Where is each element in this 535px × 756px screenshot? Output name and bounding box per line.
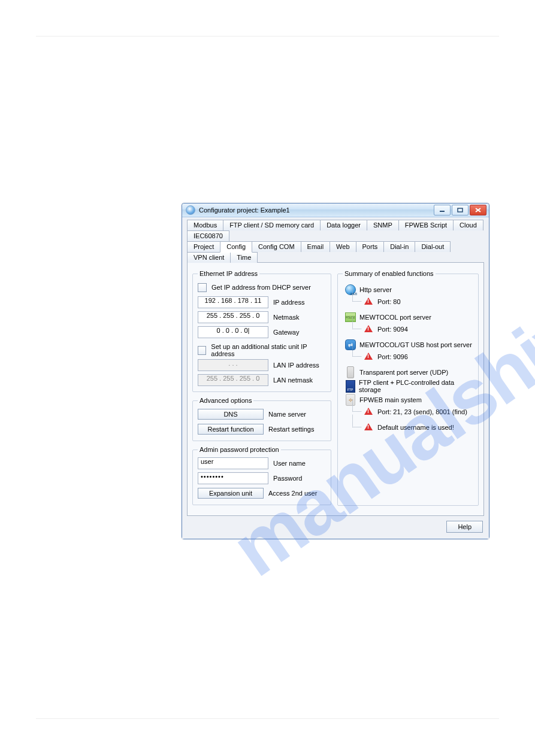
page-divider-bottom xyxy=(36,718,499,719)
admin-legend: Admin password protection xyxy=(198,446,281,453)
summary-node-label: Transparent port server (UDP) xyxy=(359,369,448,376)
tab-modbus[interactable]: Modbus xyxy=(187,220,223,230)
summary-node-label: MEWTOCOL port server xyxy=(359,314,431,321)
sd-card-icon: FTP xyxy=(345,381,355,391)
close-button[interactable] xyxy=(470,205,486,215)
gateway-input[interactable]: 0 . 0 . 0 . 0| xyxy=(198,326,268,338)
summary-subnode-label: Port: 21, 23 (send), 8001 (find) xyxy=(377,408,467,415)
tabs-row-1: Modbus FTP client / SD memory card Data … xyxy=(187,220,484,241)
expansion-unit-button[interactable]: Expansion unit xyxy=(198,488,264,499)
lan-netmask-label: LAN netmask xyxy=(273,377,313,384)
warning-icon xyxy=(363,406,374,417)
gateway-label: Gateway xyxy=(273,329,299,336)
lan-ip-label: LAN IP address xyxy=(273,362,319,369)
help-button[interactable]: Help xyxy=(446,521,483,533)
netmask-input[interactable]: 255 . 255 . 255 . 0 xyxy=(198,311,268,323)
tab-config-com[interactable]: Config COM xyxy=(252,241,301,252)
summary-tree: Http serverPort: 80RS232MEWTOCOL port se… xyxy=(343,281,473,439)
svg-rect-1 xyxy=(458,208,463,212)
dns-label: Name server xyxy=(268,411,306,418)
dhcp-label: Get IP address from DHCP server xyxy=(211,284,311,291)
tab-iec60870[interactable]: IEC60870 xyxy=(187,230,229,241)
app-icon xyxy=(186,205,195,215)
password-input[interactable]: •••••••• xyxy=(198,472,268,484)
summary-subnode: Default username is used! xyxy=(363,422,472,433)
tab-time[interactable]: Time xyxy=(230,252,258,263)
password-label: Password xyxy=(273,475,302,482)
lan-ip-input[interactable]: . . . xyxy=(198,359,268,371)
page-divider-top xyxy=(36,36,499,37)
tab-cloud[interactable]: Cloud xyxy=(453,220,483,230)
summary-node-label: Http server xyxy=(359,286,392,293)
chip-icon xyxy=(345,367,356,378)
netmask-label: Netmask xyxy=(273,314,299,321)
restart-function-button[interactable]: Restart function xyxy=(198,424,264,435)
summary-legend: Summary of enabled functions xyxy=(343,270,436,277)
tab-vpn-client[interactable]: VPN client xyxy=(187,252,231,263)
summary-node[interactable]: FTPFTP client + PLC-controlled data stor… xyxy=(345,379,472,393)
ip-address-input[interactable]: 192 . 168 . 178 . 11 xyxy=(198,296,268,308)
tab-config[interactable]: Config xyxy=(220,241,252,253)
summary-subnode: Port: 80 xyxy=(363,296,472,307)
titlebar[interactable]: Configurator project: Example1 xyxy=(182,204,489,217)
ip-address-label: IP address xyxy=(273,299,304,306)
restart-label: Restart settings xyxy=(268,426,314,433)
username-label: User name xyxy=(273,460,306,467)
dhcp-checkbox[interactable] xyxy=(198,283,207,292)
configurator-window: Configurator project: Example1 Modbus FT… xyxy=(182,203,489,539)
tab-ftp-sd[interactable]: FTP client / SD memory card xyxy=(223,220,321,230)
summary-node[interactable]: ⇄MEWTOCOL/GT USB host port server xyxy=(345,339,472,350)
window-title: Configurator project: Example1 xyxy=(199,207,434,214)
static-ip-checkbox[interactable] xyxy=(198,346,206,355)
advanced-options-group: Advanced options DNS Name server Restart… xyxy=(192,397,331,441)
summary-subnode-label: Port: 80 xyxy=(377,298,401,305)
tab-dial-out[interactable]: Dial-out xyxy=(415,241,451,252)
maximize-button[interactable] xyxy=(452,205,468,215)
ethernet-ip-group: Ethernet IP address Get IP address from … xyxy=(192,270,331,392)
summary-subnode: Port: 21, 23 (send), 8001 (find) xyxy=(363,406,472,417)
tabs-row-2: Project Config Config COM Email Web Port… xyxy=(187,241,484,263)
expansion-unit-label: Access 2nd user xyxy=(268,490,317,497)
summary-subnode: Port: 9094 xyxy=(363,324,472,335)
static-ip-label: Set up an additional static unit IP addr… xyxy=(211,343,326,357)
tab-snmp[interactable]: SNMP xyxy=(367,220,399,230)
summary-subnode-label: Port: 9094 xyxy=(377,326,408,333)
summary-group: Summary of enabled functions Http server… xyxy=(337,270,479,506)
tab-fpweb-script[interactable]: FPWEB Script xyxy=(398,220,454,230)
warning-icon xyxy=(363,324,374,335)
summary-node[interactable]: Http server xyxy=(345,284,472,295)
summary-subnode-label: Port: 9096 xyxy=(377,353,408,360)
tab-datalogger[interactable]: Data logger xyxy=(320,220,367,230)
summary-node-label: FTP client + PLC-controlled data storage xyxy=(359,379,472,393)
summary-subnode: Port: 9096 xyxy=(363,351,472,362)
warning-icon xyxy=(363,351,374,362)
summary-node-label: MEWTOCOL/GT USB host port server xyxy=(359,341,472,348)
summary-subnode-label: Default username is used! xyxy=(377,424,454,431)
minimize-button[interactable] xyxy=(434,205,451,215)
dns-button[interactable]: DNS xyxy=(198,409,264,420)
summary-node[interactable]: ✧FPWEB main system xyxy=(345,394,472,405)
tab-ports[interactable]: Ports xyxy=(356,241,385,252)
tab-dial-in[interactable]: Dial-in xyxy=(383,241,415,252)
warning-icon xyxy=(363,296,374,307)
config-tab-page: Ethernet IP address Get IP address from … xyxy=(187,262,484,516)
ethernet-legend: Ethernet IP address xyxy=(198,270,259,277)
lan-netmask-input[interactable]: 255 . 255 . 255 . 0 xyxy=(198,374,268,386)
advanced-legend: Advanced options xyxy=(198,397,253,404)
tab-project[interactable]: Project xyxy=(187,241,220,252)
tab-email[interactable]: Email xyxy=(301,241,331,252)
summary-node[interactable]: Transparent port server (UDP) xyxy=(345,367,472,378)
admin-password-group: Admin password protection user User name… xyxy=(192,446,331,505)
warning-icon xyxy=(363,422,374,433)
username-input[interactable]: user xyxy=(198,457,268,469)
summary-node-label: FPWEB main system xyxy=(359,396,422,403)
tab-web[interactable]: Web xyxy=(330,241,356,252)
summary-node[interactable]: RS232MEWTOCOL port server xyxy=(345,312,472,323)
